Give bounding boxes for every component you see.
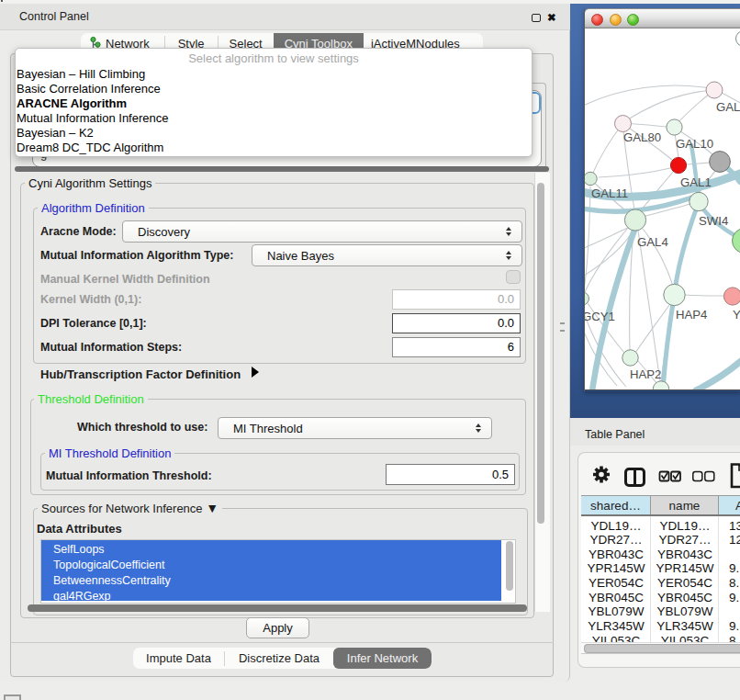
svg-text:GAL80: GAL80 xyxy=(623,130,661,144)
svg-text:GAL4: GAL4 xyxy=(637,235,668,249)
svg-text:Y: Y xyxy=(733,308,740,322)
svg-text:GAL7: GAL7 xyxy=(716,100,740,114)
svg-text:HAP2: HAP2 xyxy=(630,367,661,381)
svg-text:GAL10: GAL10 xyxy=(676,137,713,151)
svg-text:GCY1: GCY1 xyxy=(585,310,615,323)
svg-text:HAP4: HAP4 xyxy=(676,308,707,322)
svg-text:GAL11: GAL11 xyxy=(591,186,628,200)
svg-text:GAL1: GAL1 xyxy=(680,175,712,189)
svg-text:SWI4: SWI4 xyxy=(699,214,728,228)
